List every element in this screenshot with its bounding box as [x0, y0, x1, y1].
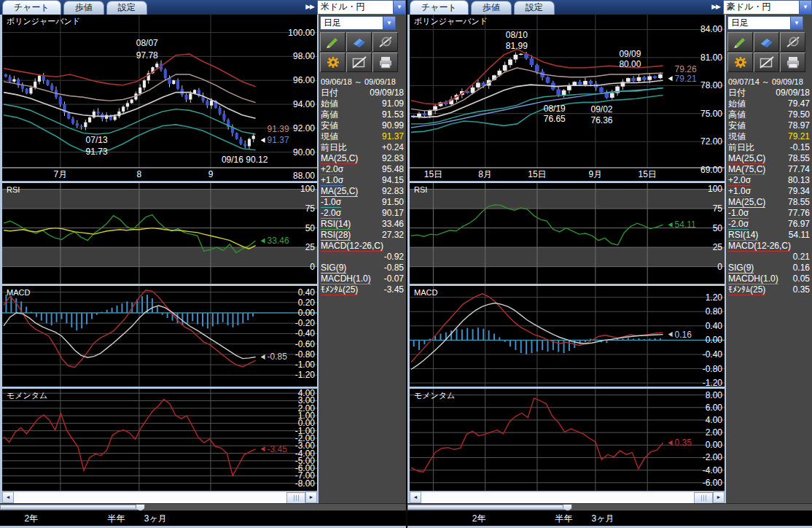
info-value: -0.85	[384, 263, 404, 273]
info-value: 78.55	[788, 153, 810, 164]
scroll-right-button[interactable]: ►	[713, 492, 725, 503]
currency-pair-select[interactable]: 豪ドル・円▼	[723, 0, 812, 15]
info-row: RSI(14)54.11	[726, 230, 812, 241]
eraser-button[interactable]	[754, 32, 779, 52]
info-label: 前日比	[728, 143, 754, 152]
period-slider[interactable]	[407, 503, 812, 510]
chart-momentum-box: 8.006.004.002.000.00-2.00-4.00-6.000.35モ…	[410, 389, 725, 491]
period-value: 日足	[728, 17, 790, 29]
scrollbar-track[interactable]	[421, 492, 713, 503]
tab-quotes[interactable]: 歩値	[471, 1, 512, 15]
svg-text:-8.00: -8.00	[295, 478, 316, 489]
info-row: +1.0σ94.15	[319, 175, 406, 186]
svg-text:75: 75	[713, 203, 723, 214]
info-value: 33.46	[382, 219, 404, 230]
svg-text:RSI: RSI	[7, 185, 20, 194]
info-label: -2.0σ	[728, 220, 749, 230]
horizontal-scrollbar[interactable]: ◄►	[2, 491, 317, 503]
scroll-left-button[interactable]: ◄	[2, 492, 14, 503]
info-label: 日付	[728, 88, 746, 98]
info-value: 91.53	[382, 109, 404, 120]
info-label: MACDH(1.0)	[321, 274, 371, 284]
info-value: 27.32	[382, 230, 404, 241]
info-value: 90.17	[382, 208, 404, 219]
info-row: +2.0σ95.48	[319, 164, 406, 175]
period-select[interactable]: 日足▼	[320, 16, 396, 30]
fast-forward-icon[interactable]: ▶▶	[305, 3, 314, 10]
currency-pair-value: 米ドル・円	[318, 1, 393, 14]
tab-settings[interactable]: 設定	[514, 1, 555, 15]
svg-text:モメンタム: モメンタム	[7, 391, 47, 400]
info-row: MACD(12-26,C)	[726, 241, 812, 252]
info-value: 77.74	[788, 164, 810, 175]
chevron-down-icon[interactable]: ▼	[799, 1, 811, 14]
info-row: 始値79.47	[726, 98, 812, 109]
svg-text:-0.40: -0.40	[295, 328, 316, 338]
line-delete-button[interactable]	[372, 32, 398, 52]
chart-delete-icon	[758, 55, 776, 69]
gear-button[interactable]	[320, 53, 346, 72]
svg-text:09/09: 09/09	[619, 49, 641, 59]
tab-settings[interactable]: 設定	[106, 1, 147, 15]
info-value: 54.11	[789, 230, 810, 241]
info-row: 高値91.53	[319, 109, 406, 120]
info-value: 78.55	[788, 197, 810, 208]
info-label: -2.0σ	[321, 209, 341, 219]
info-row: MA(25,C)92.83	[319, 153, 406, 164]
tab-chart[interactable]: チャート	[2, 0, 61, 15]
line-delete-button[interactable]	[780, 32, 805, 52]
info-label: SIG(9)	[728, 263, 754, 273]
info-label: +2.0σ	[321, 165, 343, 175]
info-label: 現値	[321, 132, 338, 141]
info-row: -2.0σ90.17	[319, 208, 406, 219]
chart-rsi-box: 100755025054.11RSI	[410, 183, 725, 284]
scrollbar-thumb[interactable]	[286, 492, 305, 504]
chevron-down-icon[interactable]: ▼	[383, 17, 395, 29]
range-label: 3ヶ月	[592, 513, 614, 525]
scrollbar-track[interactable]	[14, 492, 305, 503]
period-select[interactable]: 日足▼	[727, 16, 803, 30]
scroll-left-button[interactable]: ◄	[410, 492, 421, 503]
chevron-down-icon[interactable]: ▼	[790, 17, 803, 29]
svg-text:0.00: 0.00	[706, 440, 723, 450]
horizontal-scrollbar[interactable]: ◄►	[410, 491, 725, 503]
eraser-button[interactable]	[346, 32, 372, 52]
tab-quotes[interactable]: 歩値	[63, 1, 104, 15]
grip-line	[298, 495, 299, 501]
info-value: 76.97	[788, 219, 810, 230]
gear-button[interactable]	[727, 53, 753, 72]
info-row: MA(25,C)78.55	[726, 153, 812, 164]
info-label: MACD(12-26,C)	[321, 241, 383, 252]
chart-delete-button[interactable]	[754, 53, 779, 72]
svg-text:-0.40: -0.40	[703, 349, 723, 360]
printer-button[interactable]	[780, 53, 805, 72]
pencil-button[interactable]	[727, 32, 753, 52]
scrollbar-thumb[interactable]	[694, 492, 713, 504]
printer-button[interactable]	[372, 53, 398, 72]
scroll-right-button[interactable]: ►	[305, 492, 317, 503]
chart-momentum: 4.003.002.001.000.00-1.00-2.00-3.00-4.00…	[2, 389, 317, 491]
info-row: +2.0σ80.13	[726, 175, 812, 186]
info-row: 前日比+0.24	[319, 142, 406, 153]
currency-pair-select[interactable]: 米ドル・円▼	[317, 0, 406, 15]
svg-text:-4.00: -4.00	[703, 465, 723, 475]
info-label: RSI(14)	[728, 230, 758, 241]
chart-rsi: 100755025033.46RSI	[2, 183, 317, 284]
chart-rsi-box: 100755025033.46RSI	[2, 183, 317, 284]
period-slider[interactable]	[0, 503, 406, 510]
info-value: 0.35	[793, 284, 810, 295]
info-label: +1.0σ	[728, 187, 751, 197]
chevron-down-icon[interactable]: ▼	[393, 1, 405, 14]
fast-forward-icon[interactable]: ▶▶	[711, 3, 720, 10]
toolbar	[320, 32, 403, 73]
info-label: -1.0σ	[321, 198, 341, 208]
svg-text:08/07: 08/07	[136, 38, 158, 48]
tab-chart[interactable]: チャート	[410, 0, 469, 15]
chart-bollinger-box: 15日8月15日9月15日84.0081.0078.0075.0072.0069…	[410, 15, 725, 181]
chart-delete-button[interactable]	[346, 53, 372, 72]
svg-text:78.00: 78.00	[700, 80, 722, 90]
range-label: 2年	[472, 513, 486, 525]
pencil-button[interactable]	[320, 32, 346, 52]
info-label: ﾓﾒﾝﾀﾑ(25)	[321, 285, 358, 295]
info-label: MA(25,C)	[728, 154, 765, 164]
